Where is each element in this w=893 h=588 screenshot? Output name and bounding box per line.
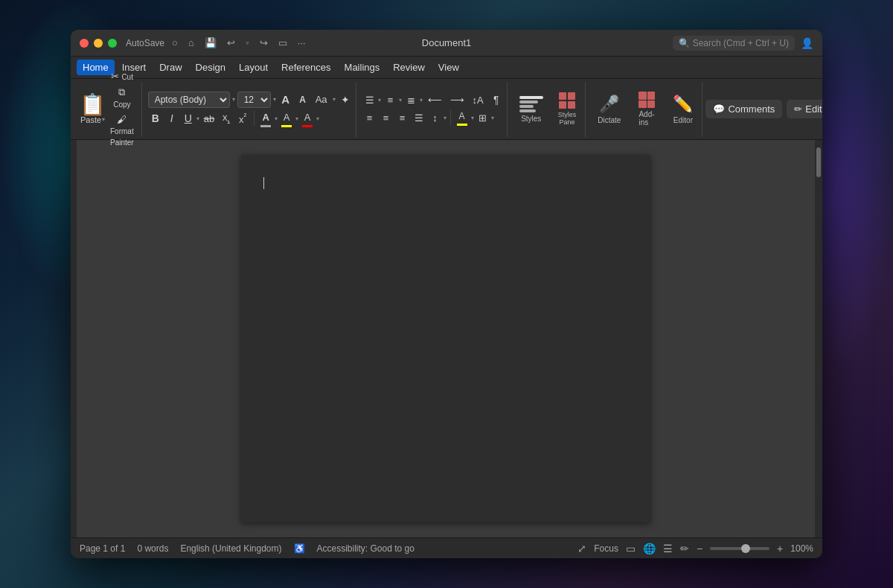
numbering-button[interactable]: ≡ [383, 93, 398, 107]
redo-button[interactable]: ↪ [257, 36, 271, 50]
subscript-button[interactable]: x₁ [219, 110, 234, 127]
justify-button[interactable]: ☰ [412, 111, 426, 125]
styles-button[interactable]: Styles [513, 93, 549, 126]
save-icon[interactable]: 💾 [202, 36, 220, 50]
search-box[interactable]: 🔍 Search (Cmd + Ctrl + U) [673, 36, 795, 51]
comments-icon: 💬 [713, 103, 725, 115]
borders-arrow[interactable]: ▾ [491, 115, 494, 121]
bullets-arrow[interactable]: ▾ [378, 97, 381, 103]
menu-layout[interactable]: Layout [233, 60, 274, 75]
italic-button[interactable]: I [164, 111, 179, 126]
scrollbar-track[interactable] [815, 140, 822, 537]
bullets-button[interactable]: ☰ [362, 93, 377, 107]
traffic-lights [80, 39, 117, 48]
page-view-icon[interactable]: ▭ [626, 543, 636, 555]
header-actions: 💬 Comments ✏ Editing ▾ ↗ Share ▾ [705, 100, 822, 118]
numbering-arrow[interactable]: ▾ [399, 97, 402, 103]
font-color2-button[interactable]: A [300, 110, 315, 124]
close-button[interactable] [80, 39, 89, 48]
font-grow-button[interactable]: A [278, 92, 293, 107]
focus-icon[interactable]: ⤢ [577, 543, 586, 555]
undo-button[interactable]: ↩ [224, 36, 238, 50]
font-color-button[interactable]: A [258, 110, 273, 124]
font-color-arrow[interactable]: ▾ [275, 115, 278, 122]
line-spacing-button[interactable]: ↕ [428, 111, 443, 125]
increase-indent-button[interactable]: ⟶ [447, 93, 467, 107]
styles-pane-button[interactable]: StylesPane [552, 89, 583, 129]
search-icon: 🔍 [679, 38, 690, 48]
home-icon[interactable]: ⌂ [185, 36, 197, 50]
addins-icon [638, 92, 655, 108]
editor-icon: ✏️ [673, 95, 693, 114]
zoom-percent[interactable]: 100% [790, 543, 813, 554]
addins-button[interactable]: Add-ins [633, 89, 661, 130]
superscript-button[interactable]: x² [235, 110, 250, 127]
menu-draw[interactable]: Draw [153, 60, 188, 75]
autosave-toggle[interactable]: ○ [169, 36, 181, 50]
line-spacing-arrow[interactable]: ▾ [444, 115, 446, 121]
highlight-button[interactable]: A [279, 110, 294, 124]
underline-arrow[interactable]: ▾ [196, 115, 199, 122]
language[interactable]: English (United Kingdom) [180, 543, 281, 554]
editor-button[interactable]: ✏️ Editor [667, 92, 699, 127]
cut-button[interactable]: ✂ Cut [107, 69, 137, 83]
copy-button[interactable]: ⧉ Copy [107, 85, 137, 111]
menu-mailings[interactable]: Mailings [339, 60, 386, 75]
zoom-thumb[interactable] [741, 544, 750, 553]
sort-button[interactable]: ↕A [470, 93, 487, 107]
editing-label: Editing [805, 103, 822, 115]
highlight-arrow[interactable]: ▾ [295, 115, 298, 122]
format-painter-button[interactable]: 🖌 Format Painter [107, 112, 137, 149]
list-view-icon[interactable]: ☰ [663, 543, 673, 555]
more-options[interactable]: ··· [295, 36, 309, 50]
account-icon[interactable]: 👤 [801, 37, 813, 49]
font-color2-arrow[interactable]: ▾ [316, 115, 319, 122]
show-formatting-button[interactable]: ¶ [489, 92, 504, 107]
focus-label[interactable]: Focus [594, 543, 618, 554]
comments-button[interactable]: 💬 Comments [705, 100, 782, 118]
shading-button[interactable]: A [455, 109, 470, 123]
maximize-button[interactable] [108, 39, 117, 48]
font-family-select[interactable]: Aptos (Body) [148, 92, 230, 108]
scrollbar-thumb[interactable] [816, 147, 821, 177]
web-view-icon[interactable]: 🌐 [643, 543, 656, 555]
presentation-icon[interactable]: ▭ [275, 36, 290, 50]
dictate-button[interactable]: 🎤 Dictate [592, 92, 627, 127]
font-shrink-button[interactable]: A [295, 93, 310, 106]
multilevel-group: ≣ ▾ [404, 93, 423, 107]
paste-button[interactable]: 📋 Paste ▾ [80, 95, 106, 124]
clear-formatting-button[interactable]: ✦ [338, 92, 353, 107]
borders-button[interactable]: ⊞ [476, 111, 490, 125]
paragraph-section: ☰ ▾ ≡ ▾ ≣ ▾ ⟵ ⟶ ↕A ¶ ≡ ≡ ≡ [359, 82, 508, 137]
zoom-minus[interactable]: − [697, 543, 702, 555]
editing-button[interactable]: ✏ Editing ▾ [787, 100, 822, 118]
paste-dropdown-arrow[interactable]: ▾ [102, 116, 105, 123]
zoom-slider[interactable] [710, 547, 769, 550]
shading-arrow[interactable]: ▾ [471, 115, 474, 121]
font-size-select[interactable]: 12 [237, 92, 271, 108]
menu-review[interactable]: Review [387, 60, 431, 75]
menu-view[interactable]: View [432, 60, 465, 75]
align-center-button[interactable]: ≡ [379, 111, 394, 125]
document-area[interactable] [77, 140, 815, 537]
autosave-label: AutoSave [126, 38, 164, 48]
menu-design[interactable]: Design [190, 60, 231, 75]
decrease-indent-button[interactable]: ⟵ [425, 93, 445, 107]
editor-label: Editor [673, 116, 693, 124]
underline-button[interactable]: U [181, 111, 196, 126]
align-right-button[interactable]: ≡ [395, 111, 410, 125]
zoom-plus[interactable]: + [777, 543, 783, 555]
title-bar-right: 🔍 Search (Cmd + Ctrl + U) 👤 [673, 36, 813, 51]
menu-references[interactable]: References [275, 60, 336, 75]
multilevel-arrow[interactable]: ▾ [420, 97, 423, 103]
annotation-icon[interactable]: ✏ [680, 543, 689, 555]
font-color-group: A [258, 110, 273, 127]
change-case-button[interactable]: Aa [313, 92, 330, 106]
strikethrough-button[interactable]: ab [201, 112, 217, 126]
minimize-button[interactable] [94, 39, 103, 48]
document-page[interactable] [241, 155, 650, 523]
multilevel-button[interactable]: ≣ [404, 93, 419, 107]
align-left-button[interactable]: ≡ [362, 111, 377, 125]
bold-button[interactable]: B [148, 111, 163, 126]
accessibility-status[interactable]: Accessibility: Good to go [317, 543, 415, 554]
